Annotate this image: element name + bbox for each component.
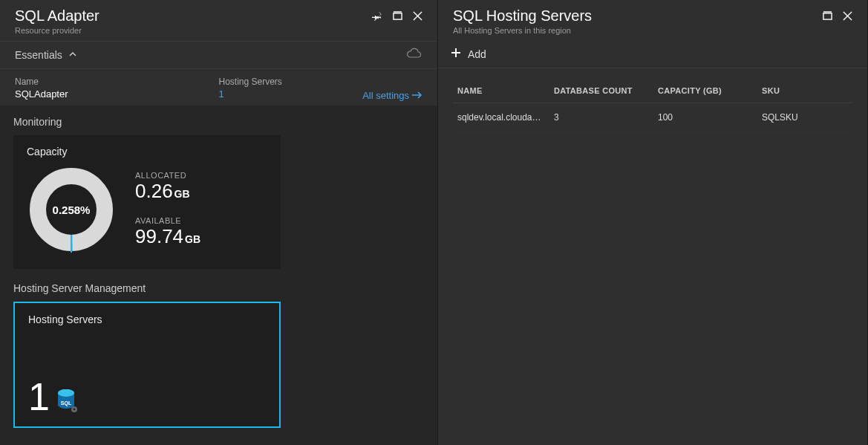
monitoring-label: Monitoring — [13, 116, 424, 128]
available-value: 99.74GB — [135, 225, 200, 248]
pin-icon[interactable] — [372, 10, 382, 24]
maximize-icon[interactable] — [823, 10, 832, 24]
table-row[interactable]: sqldev.local.cloudapp.... 3 100 SQLSKU — [453, 103, 852, 132]
capacity-title: Capacity — [27, 146, 267, 157]
all-settings-label: All settings — [362, 90, 409, 101]
blade-subtitle-right: All Hosting Servers in this region — [453, 26, 592, 35]
close-icon[interactable] — [413, 10, 422, 24]
blade-title: SQL Adapter — [15, 7, 99, 25]
col-database-count[interactable]: DATABASE COUNT — [549, 79, 653, 103]
available-label: AVAILABLE — [135, 216, 200, 225]
hosting-tile-count: 1 — [28, 377, 50, 416]
name-value: SQLAdapter — [15, 88, 219, 100]
sql-database-icon: SQL — [56, 388, 78, 416]
sql-hosting-servers-blade: SQL Hosting Servers All Hosting Servers … — [438, 0, 868, 445]
cell-cap: 100 — [653, 103, 757, 132]
col-capacity[interactable]: CAPACITY (GB) — [653, 79, 757, 103]
hosting-tile-title: Hosting Servers — [28, 314, 266, 325]
svg-text:SQL: SQL — [61, 400, 72, 406]
essentials-label: Essentials — [15, 49, 62, 61]
blade-subtitle: Resource provider — [15, 26, 99, 35]
essentials-bar: Essentials — [0, 41, 437, 69]
col-name[interactable]: NAME — [453, 79, 549, 103]
essentials-toggle[interactable]: Essentials — [15, 49, 77, 61]
blade-body: Monitoring Capacity 0.258% ALLOCATED 0.2… — [0, 105, 437, 445]
hsm-label: Hosting Server Management — [13, 282, 424, 294]
hosting-servers-label: Hosting Servers — [219, 77, 423, 87]
svg-rect-0 — [394, 13, 402, 19]
col-sku[interactable]: SKU — [757, 79, 852, 103]
all-settings-link[interactable]: All settings — [362, 90, 422, 101]
cloud-icon — [405, 48, 422, 62]
cell-db: 3 — [549, 103, 653, 132]
blade-header-right: SQL Hosting Servers All Hosting Servers … — [438, 0, 867, 41]
cell-name: sqldev.local.cloudapp.... — [453, 103, 549, 132]
svg-point-11 — [74, 409, 76, 411]
servers-table: NAME DATABASE COUNT CAPACITY (GB) SKU sq… — [453, 79, 852, 132]
blade-title-right: SQL Hosting Servers — [453, 7, 592, 25]
capacity-donut-chart: 0.258% — [27, 165, 116, 254]
chevron-up-icon — [68, 49, 77, 61]
allocated-value: 0.26GB — [135, 180, 200, 203]
sql-adapter-blade: SQL Adapter Resource provider Essentials — [0, 0, 438, 445]
donut-percent: 0.258% — [27, 165, 116, 254]
add-button[interactable]: Add — [438, 41, 867, 68]
cell-sku: SQLSKU — [757, 103, 852, 132]
name-label: Name — [15, 77, 219, 87]
blade-header: SQL Adapter Resource provider — [0, 0, 437, 41]
svg-point-8 — [58, 389, 74, 397]
plus-icon — [450, 47, 462, 62]
svg-rect-12 — [823, 13, 832, 19]
capacity-tile[interactable]: Capacity 0.258% ALLOCATED 0.26GB — [13, 135, 281, 269]
hosting-servers-tile[interactable]: Hosting Servers 1 SQL — [13, 302, 281, 428]
add-label: Add — [468, 48, 486, 60]
allocated-label: ALLOCATED — [135, 171, 200, 180]
servers-table-wrap: NAME DATABASE COUNT CAPACITY (GB) SKU sq… — [438, 68, 867, 143]
essentials-body: Name SQLAdapter Hosting Servers 1 All se… — [0, 69, 437, 105]
maximize-icon[interactable] — [393, 10, 402, 24]
close-icon[interactable] — [843, 10, 852, 24]
arrow-right-icon — [412, 90, 422, 101]
